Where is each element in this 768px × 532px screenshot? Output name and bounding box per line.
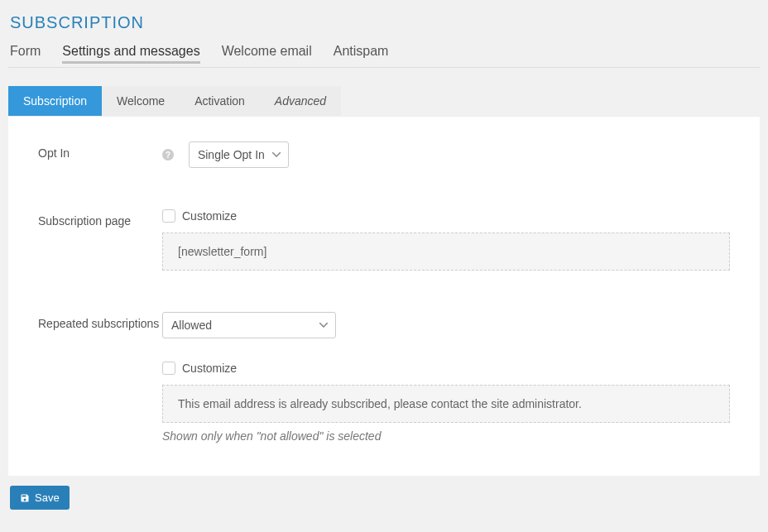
customize-subscription-checkbox[interactable] bbox=[162, 209, 175, 223]
label-opt-in: Opt In bbox=[38, 141, 162, 160]
repeated-message-box: This email address is already subscribed… bbox=[162, 385, 730, 423]
save-icon bbox=[20, 493, 30, 503]
tab-welcome[interactable]: Welcome bbox=[102, 86, 180, 116]
nav-form[interactable]: Form bbox=[10, 44, 41, 59]
customize-subscription-label[interactable]: Customize bbox=[182, 209, 237, 223]
main-nav: Form Settings and messages Welcome email… bbox=[8, 44, 760, 68]
tab-activation[interactable]: Activation bbox=[180, 86, 260, 116]
nav-settings-and-messages[interactable]: Settings and messages bbox=[62, 44, 199, 59]
page-title: SUBSCRIPTION bbox=[10, 13, 760, 32]
sub-tabs: Subscription Welcome Activation Advanced bbox=[8, 86, 760, 116]
tab-advanced[interactable]: Advanced bbox=[260, 86, 341, 116]
repeated-hint: Shown only when "not allowed" is selecte… bbox=[162, 429, 730, 443]
row-subscription-page: Subscription page Customize [newsletter_… bbox=[38, 209, 730, 271]
tab-subscription[interactable]: Subscription bbox=[8, 86, 102, 116]
save-button-label: Save bbox=[35, 491, 60, 504]
page-header: SUBSCRIPTION bbox=[8, 13, 760, 32]
label-repeated-subscriptions: Repeated subscriptions bbox=[38, 312, 162, 330]
row-repeated-subscriptions: Repeated subscriptions Allowed Customize… bbox=[38, 312, 730, 443]
settings-panel: Opt In ? Single Opt In Subscription page… bbox=[8, 116, 760, 476]
nav-welcome-email[interactable]: Welcome email bbox=[222, 44, 312, 59]
optin-select[interactable]: Single Opt In bbox=[189, 141, 289, 168]
footer-bar: Save bbox=[8, 476, 760, 513]
repeated-select[interactable]: Allowed bbox=[162, 312, 336, 338]
help-icon[interactable]: ? bbox=[162, 149, 174, 161]
label-subscription-page: Subscription page bbox=[38, 209, 162, 228]
save-button[interactable]: Save bbox=[10, 486, 70, 510]
customize-repeated-label[interactable]: Customize bbox=[182, 362, 237, 375]
customize-repeated-checkbox[interactable] bbox=[162, 362, 175, 375]
nav-antispam[interactable]: Antispam bbox=[334, 44, 389, 59]
shortcode-box: [newsletter_form] bbox=[162, 232, 730, 271]
row-opt-in: Opt In ? Single Opt In bbox=[38, 141, 730, 168]
